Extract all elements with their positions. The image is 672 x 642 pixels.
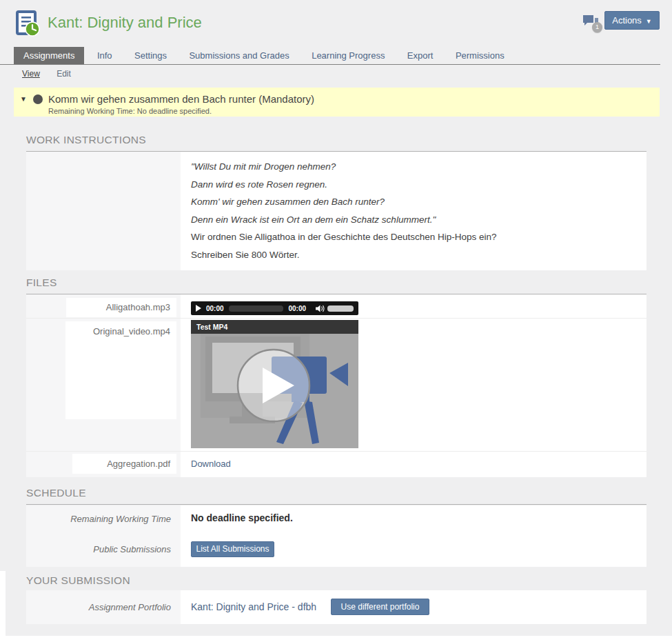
file-label-pdf: Aggregation.pdf (72, 454, 176, 474)
work-instructions-box: "Willst Du mit mir Drogen nehmen? Dann w… (26, 152, 646, 270)
instruction-line: Wir ordnen Sie Alligathoa in der Geschic… (191, 232, 636, 242)
play-icon[interactable] (196, 305, 201, 312)
use-different-portfolio-button[interactable]: Use different portfolio (331, 599, 429, 615)
tab-assignments[interactable]: Assignments (14, 47, 84, 64)
instruction-line: Schreiben Sie 800 Wörter. (191, 250, 636, 260)
schedule-box: Remaining Working Time No deadline speci… (26, 505, 646, 567)
schedule-label-remaining: Remaining Working Time (26, 514, 171, 524)
comments-button[interactable]: 1 (582, 14, 606, 32)
audio-player: 00:00 00:00 (191, 301, 358, 315)
audio-current-time: 00:00 (206, 305, 224, 312)
video-title-bar: Test MP4 (191, 320, 358, 334)
video-poster (191, 320, 358, 448)
file-label-mp4: Original_video.mp4 (65, 321, 176, 419)
instruction-line: Denn ein Wrack ist ein Ort an dem ein Sc… (191, 214, 636, 225)
tab-learning-progress[interactable]: Learning Progress (302, 47, 394, 64)
assignment-title: Komm wir gehen zusammen den Bach runter … (48, 93, 314, 105)
instruction-line: Dann wird es rote Rosen regnen. (191, 179, 636, 190)
subtab-view[interactable]: View (22, 69, 40, 79)
assignment-portfolio-label: Assignment Portfolio (26, 602, 171, 612)
tab-bar: Assignments Info Settings Submissions an… (14, 47, 514, 64)
tab-export[interactable]: Export (398, 47, 443, 64)
assignment-subtitle: Remaining Working Time: No deadline spec… (48, 107, 212, 115)
assignment-accordion-header[interactable]: ▼ Komm wir gehen zusammen den Bach runte… (14, 88, 660, 117)
section-title-schedule: SCHEDULE (26, 487, 646, 505)
row-divider (26, 451, 646, 452)
tab-info[interactable]: Info (88, 47, 122, 64)
list-all-submissions-button[interactable]: List All Submissions (191, 541, 274, 557)
instruction-line: "Willst Du mit mir Drogen nehmen? (191, 161, 636, 172)
tab-bar-divider (0, 64, 660, 65)
triangle-down-icon: ▼ (20, 95, 27, 103)
page-margin (0, 571, 6, 642)
volume-icon[interactable] (316, 305, 325, 312)
section-title-work-instructions: WORK INSTRUCTIONS (26, 134, 646, 152)
download-link[interactable]: Download (191, 459, 231, 469)
work-instructions-text: "Willst Du mit mir Drogen nehmen? Dann w… (181, 152, 646, 270)
volume-slider[interactable] (327, 305, 354, 312)
exercise-icon (14, 10, 40, 37)
tab-permissions[interactable]: Permissions (446, 47, 514, 64)
remaining-time-value: No deadline specified. (191, 512, 293, 523)
label-column (26, 152, 181, 270)
actions-button[interactable]: Actions▼ (604, 11, 660, 30)
file-label-mp3: Alligathoah.mp3 (66, 298, 176, 317)
audio-progress-bar[interactable] (229, 305, 284, 312)
chevron-down-icon: ▼ (646, 18, 652, 25)
video-player[interactable]: Test MP4 (191, 320, 358, 448)
audio-duration: 00:00 (288, 305, 306, 312)
comments-count-badge: 1 (592, 22, 602, 32)
subtab-bar: View Edit (22, 69, 85, 79)
tab-submissions-grades[interactable]: Submissions and Grades (179, 47, 298, 64)
tab-settings[interactable]: Settings (125, 47, 176, 64)
page-margin (0, 636, 672, 642)
row-divider (26, 318, 646, 319)
your-submission-box: Assignment Portfolio Kant: Dignity and P… (26, 590, 646, 624)
portfolio-link[interactable]: Kant: Dignity and Price - dfbh (191, 601, 316, 612)
section-title-files: FILES (26, 277, 646, 294)
status-circle-icon (33, 94, 43, 104)
subtab-edit[interactable]: Edit (57, 69, 71, 79)
files-box: Alligathoah.mp3 Original_video.mp4 Aggre… (26, 294, 646, 477)
exercise-page: Kant: Dignity and Price 1 Actions▼ Assig… (0, 0, 672, 642)
schedule-label-public-submissions: Public Submissions (26, 544, 171, 554)
instruction-line: Komm' wir gehen zusammen den Bach runter… (191, 197, 636, 207)
page-title: Kant: Dignity and Price (48, 14, 202, 32)
